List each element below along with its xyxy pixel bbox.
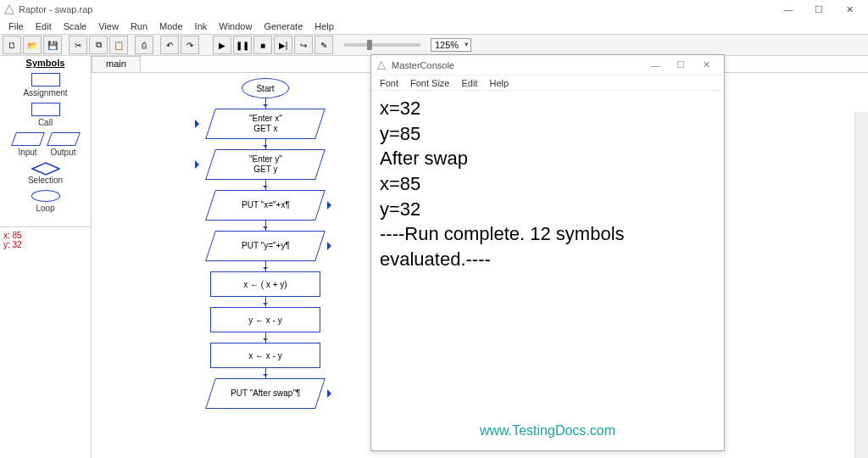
- menu-generate[interactable]: Generate: [259, 21, 308, 31]
- console-title: MasterConsole: [392, 60, 454, 70]
- maximize-button[interactable]: ☐: [804, 0, 834, 19]
- flow-arrow: [265, 332, 266, 343]
- minimize-button[interactable]: —: [773, 0, 804, 19]
- flow-arrow: [265, 368, 266, 378]
- flow-output-y[interactable]: PUT "y="+y¶: [205, 231, 326, 261]
- menu-help[interactable]: Help: [309, 21, 339, 31]
- paste-button[interactable]: 📋: [109, 36, 128, 54]
- console-maximize-button[interactable]: ☐: [668, 56, 693, 75]
- save-button[interactable]: 💾: [43, 36, 62, 54]
- toolbar: 🗋 📂 💾 ✂ ⧉ 📋 ⎙ ↶ ↷ ▶ ❚❚ ■ ▶| ↪ ✎ 125%: [0, 34, 868, 56]
- loop-symbol[interactable]: [31, 190, 60, 202]
- console-line: x=85: [380, 171, 715, 197]
- console-menu-edit[interactable]: Edit: [456, 78, 482, 88]
- input-symbol[interactable]: [11, 132, 45, 146]
- flow-input-x[interactable]: "Enter x"GET x: [205, 109, 326, 139]
- console-menu-help[interactable]: Help: [484, 78, 514, 88]
- flow-output-afterswap[interactable]: PUT "After swap"¶: [205, 378, 326, 409]
- watch-line-2: y: 32: [3, 240, 87, 249]
- flow-arrow: [265, 139, 266, 149]
- flow-arrow: [265, 261, 266, 271]
- flow-arrow: [265, 297, 266, 307]
- menu-view[interactable]: View: [93, 21, 124, 31]
- stop-button[interactable]: ■: [253, 36, 272, 54]
- menu-mode[interactable]: Mode: [154, 21, 188, 31]
- console-output: x=32 y=85 After swap x=85 y=32 ----Run c…: [371, 91, 724, 277]
- assignment-label: Assignment: [23, 88, 67, 98]
- call-label: Call: [38, 118, 53, 127]
- console-menu-font[interactable]: Font: [375, 78, 403, 88]
- output-label: Output: [49, 148, 78, 157]
- selection-symbol[interactable]: [31, 162, 60, 176]
- flow-assign-2[interactable]: y ← x - y: [210, 307, 320, 332]
- vertical-scrollbar[interactable]: [854, 112, 868, 458]
- title-bar: Raptor - swap.rap — ☐ ✕: [0, 0, 868, 19]
- flow-arrow: [265, 180, 266, 190]
- console-icon: [376, 60, 387, 70]
- menu-ink[interactable]: Ink: [190, 21, 213, 31]
- menu-edit[interactable]: Edit: [31, 21, 57, 31]
- call-symbol[interactable]: [31, 103, 60, 116]
- undo-button[interactable]: ↶: [160, 36, 179, 54]
- menu-file[interactable]: File: [3, 21, 29, 31]
- menu-scale[interactable]: Scale: [58, 21, 92, 31]
- flow-arrow: [265, 98, 266, 109]
- cut-button[interactable]: ✂: [69, 36, 87, 54]
- speed-slider[interactable]: [344, 43, 420, 47]
- output-symbol[interactable]: [47, 132, 81, 146]
- console-menu-bar: Font Font Size Edit Help: [371, 75, 724, 91]
- symbols-title: Symbols: [26, 58, 65, 68]
- flow-assign-3[interactable]: x ← x - y: [210, 343, 320, 368]
- zoom-select[interactable]: 125%: [431, 38, 471, 52]
- console-line: x=32: [380, 96, 715, 121]
- console-close-button[interactable]: ✕: [693, 56, 719, 75]
- master-console-window[interactable]: MasterConsole — ☐ ✕ Font Font Size Edit …: [370, 54, 725, 451]
- watch-line-1: x: 85: [3, 231, 87, 240]
- close-button[interactable]: ✕: [834, 0, 865, 19]
- redo-button[interactable]: ↷: [181, 36, 199, 54]
- console-line: ----Run complete. 12 symbols evaluated.-…: [380, 221, 715, 271]
- assignment-symbol[interactable]: [31, 73, 60, 87]
- flow-output-x[interactable]: PUT "x="+x¶: [205, 190, 326, 221]
- menu-window[interactable]: Window: [214, 21, 257, 31]
- pause-button[interactable]: ❚❚: [233, 36, 252, 54]
- flow-start[interactable]: Start: [242, 78, 289, 98]
- selection-label: Selection: [28, 176, 63, 185]
- open-button[interactable]: 📂: [23, 36, 42, 54]
- pencil-button[interactable]: ✎: [314, 36, 333, 54]
- input-label: Input: [14, 148, 42, 157]
- menu-run[interactable]: Run: [125, 21, 153, 31]
- watch-panel: x: 85 y: 32: [0, 226, 91, 253]
- step-button[interactable]: ▶|: [274, 36, 292, 54]
- console-menu-fontsize[interactable]: Font Size: [405, 78, 454, 88]
- watermark: www.TestingDocs.com: [371, 423, 724, 438]
- symbols-panel: Symbols Assignment Call Input Output Sel…: [0, 56, 92, 458]
- window-title: Raptor - swap.rap: [19, 4, 92, 14]
- tab-main[interactable]: main: [92, 56, 141, 72]
- console-line: y=32: [380, 197, 715, 222]
- copy-button[interactable]: ⧉: [89, 36, 108, 54]
- loop-label: Loop: [36, 204, 54, 213]
- menu-bar: File Edit Scale View Run Mode Ink Window…: [0, 19, 868, 34]
- app-icon: [3, 3, 15, 15]
- flow-arrow: [265, 221, 266, 231]
- console-line: y=85: [380, 121, 715, 147]
- svg-marker-0: [32, 163, 59, 175]
- new-button[interactable]: 🗋: [3, 36, 21, 54]
- flow-input-y[interactable]: "Enter y"GET y: [205, 149, 326, 180]
- console-minimize-button[interactable]: —: [643, 56, 668, 75]
- flow-assign-1[interactable]: x ← ( x + y): [210, 271, 320, 297]
- run-start-button[interactable]: ▶: [213, 36, 231, 54]
- console-line: After swap: [380, 146, 715, 171]
- step-over-button[interactable]: ↪: [294, 36, 313, 54]
- console-titlebar[interactable]: MasterConsole — ☐ ✕: [371, 55, 724, 75]
- print-button[interactable]: ⎙: [135, 36, 153, 54]
